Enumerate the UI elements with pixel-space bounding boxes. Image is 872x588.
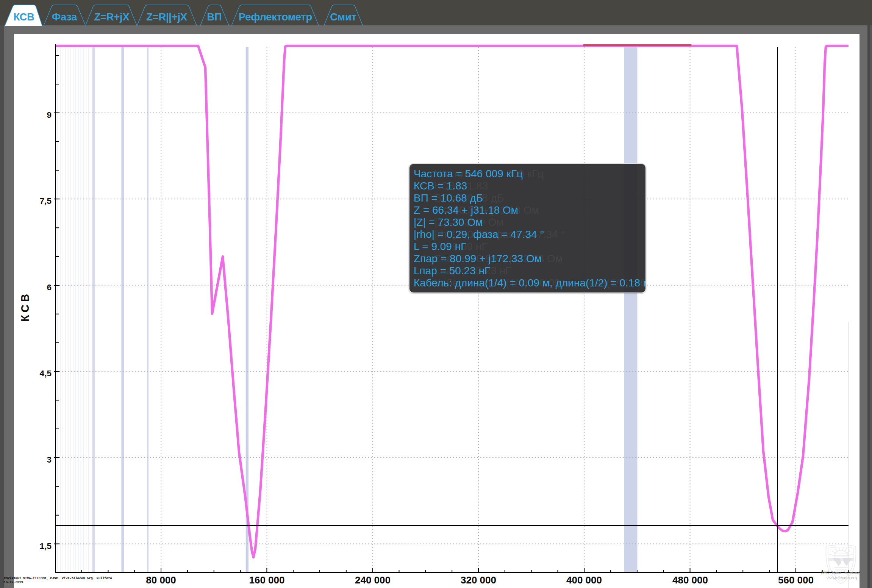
svg-text:3: 3 [47, 455, 52, 464]
svg-text:КСВ: КСВ [13, 11, 34, 23]
svg-text:Z=R||+jX: Z=R||+jX [146, 11, 188, 23]
svg-text:Фаза: Фаза [52, 11, 78, 23]
svg-text:9: 9 [47, 110, 52, 120]
svg-text:7,5: 7,5 [40, 196, 52, 206]
svg-text:Рефлектометр: Рефлектометр [239, 11, 312, 23]
svg-text:4,5: 4,5 [40, 369, 52, 378]
svg-text:Смит: Смит [330, 11, 356, 23]
svg-text:480 000: 480 000 [672, 574, 708, 586]
svg-text:320 000: 320 000 [461, 574, 496, 586]
svg-text:160 000: 160 000 [249, 574, 285, 586]
svg-text:400 000: 400 000 [566, 574, 602, 586]
svg-text:240 000: 240 000 [355, 574, 391, 586]
svg-text:COPYRIGHT VIVA-TELECOM, CJSC.: COPYRIGHT VIVA-TELECOM, CJSC. Viva-telec… [4, 577, 112, 580]
svg-text:ЗАО "Вива-Телеком": ЗАО "Вива-Телеком" [821, 570, 860, 575]
svg-text:1,5: 1,5 [40, 541, 52, 551]
svg-text:ВП: ВП [207, 11, 222, 23]
svg-text:КСВ: КСВ [19, 291, 31, 322]
svg-text:13.07.2019: 13.07.2019 [4, 580, 23, 584]
svg-text:560 000: 560 000 [778, 574, 814, 586]
svg-text:Z=R+jX: Z=R+jX [94, 11, 130, 23]
svg-text:80 000: 80 000 [146, 574, 176, 586]
svg-text:6: 6 [47, 283, 52, 292]
svg-text:viva-telecom.org: viva-telecom.org [827, 575, 857, 580]
